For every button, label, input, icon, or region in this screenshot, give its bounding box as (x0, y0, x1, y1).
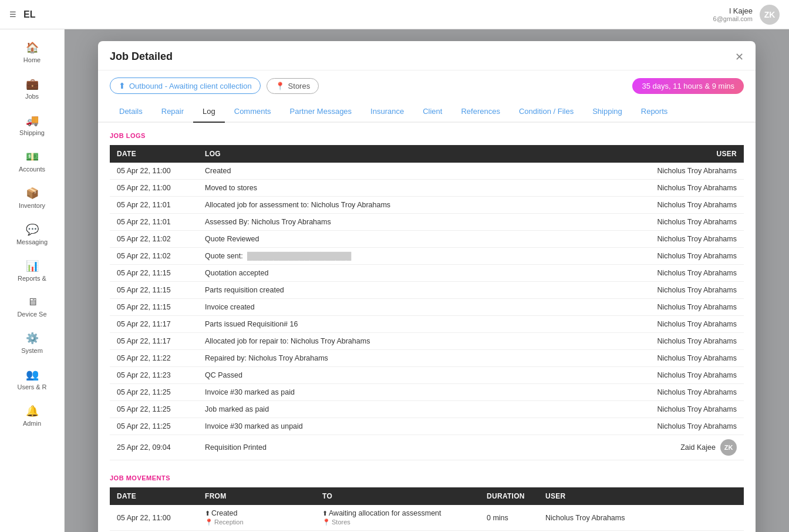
sidebar-item-label: Users & R (17, 383, 46, 390)
table-row: 05 Apr 22, 11:00 ⬆Created 📍Reception ⬆Aw… (110, 505, 744, 531)
tab-references[interactable]: References (451, 101, 509, 123)
inventory-icon: 📦 (26, 187, 39, 200)
sidebar-item-label: Device Se (17, 311, 46, 318)
users-icon: 👥 (26, 368, 39, 381)
log-date: 05 Apr 22, 11:15 (110, 282, 198, 299)
table-row: 05 Apr 22, 11:01Allocated job for assess… (110, 197, 744, 214)
hamburger-icon[interactable]: ☰ (9, 10, 16, 19)
log-user: Nicholus Troy Abrahams (615, 350, 744, 367)
modal-body: JOB LOGS DATE LOG USER 05 Apr 22, 11:00C… (98, 123, 756, 532)
table-row: 05 Apr 22, 11:17Parts issued Requisition… (110, 316, 744, 333)
log-entry: Job marked as paid (198, 401, 615, 418)
log-user: Nicholus Troy Abrahams (615, 214, 744, 231)
log-date: 05 Apr 22, 11:02 (110, 248, 198, 265)
mov-col-user: USER (538, 487, 744, 505)
table-row: 05 Apr 22, 11:15Invoice createdNicholus … (110, 299, 744, 316)
sidebar-item-device[interactable]: 🖥 Device Se (0, 289, 64, 325)
tab-reports[interactable]: Reports (632, 101, 677, 123)
mov-from: ⬆Created 📍Reception (198, 505, 315, 531)
log-date: 05 Apr 22, 11:25 (110, 401, 198, 418)
sidebar: 🏠 Home 💼 Jobs 🚚 Shipping 💵 Accounts 📦 In… (0, 29, 65, 532)
log-user: Nicholus Troy Abrahams (615, 231, 744, 248)
outbound-icon: ⬆ (119, 81, 126, 90)
log-date: 05 Apr 22, 11:15 (110, 265, 198, 282)
log-entry: Quote Reviewed (198, 231, 615, 248)
mov-duration: 0 mins (480, 505, 538, 531)
tab-shipping[interactable]: Shipping (583, 101, 632, 123)
user-avatar: ZK (760, 5, 780, 25)
tab-condition-files[interactable]: Condition / Files (510, 101, 583, 123)
close-button[interactable]: ✕ (735, 52, 744, 62)
outbound-status-pill[interactable]: ⬆ Outbound - Awaiting client collection (110, 78, 261, 94)
mov-col-to: TO (315, 487, 480, 505)
log-entry: Moved to stores (198, 180, 615, 197)
sidebar-item-jobs[interactable]: 💼 Jobs (0, 70, 64, 107)
tab-log[interactable]: Log (193, 101, 225, 123)
modal-title: Job Detailed (110, 50, 173, 63)
sidebar-item-home[interactable]: 🏠 Home (0, 34, 64, 70)
tab-partner-messages[interactable]: Partner Messages (281, 101, 362, 123)
log-user: Nicholus Troy Abrahams (615, 418, 744, 435)
table-row: 05 Apr 22, 11:15Parts requisition create… (110, 282, 744, 299)
status-bar: ⬆ Outbound - Awaiting client collection … (98, 70, 756, 101)
sidebar-item-label: Inventory (19, 202, 45, 209)
table-row: 05 Apr 22, 11:00Moved to storesNicholus … (110, 180, 744, 197)
mov-date: 05 Apr 22, 11:00 (110, 505, 198, 531)
sidebar-item-system[interactable]: ⚙️ System (0, 325, 64, 361)
table-row: 05 Apr 22, 11:17Allocated job for repair… (110, 333, 744, 350)
log-entry: Quote sent: ████████████████████ (198, 248, 615, 265)
log-user: Nicholus Troy Abrahams (615, 282, 744, 299)
table-row: 05 Apr 22, 11:25Invoice #30 marked as pa… (110, 384, 744, 401)
tab-details[interactable]: Details (110, 101, 152, 123)
table-row: 05 Apr 22, 11:25Job marked as paidNichol… (110, 401, 744, 418)
table-row: 25 Apr 22, 09:04Requisition PrintedZaid … (110, 435, 744, 460)
device-icon: 🖥 (27, 296, 38, 308)
log-date: 05 Apr 22, 11:17 (110, 316, 198, 333)
table-row: 05 Apr 22, 11:00CreatedNicholus Troy Abr… (110, 163, 744, 180)
log-entry: Allocated job for repair to: Nicholus Tr… (198, 333, 615, 350)
log-user: Nicholus Troy Abrahams (615, 384, 744, 401)
messaging-icon: 💬 (26, 223, 39, 236)
log-date: 05 Apr 22, 11:01 (110, 214, 198, 231)
mov-col-date: DATE (110, 487, 198, 505)
log-entry: Invoice #30 marked as unpaid (198, 418, 615, 435)
sidebar-item-label: Accounts (19, 166, 45, 173)
sidebar-item-shipping[interactable]: 🚚 Shipping (0, 107, 64, 143)
log-user: Nicholus Troy Abrahams (615, 163, 744, 180)
log-date: 05 Apr 22, 11:15 (110, 299, 198, 316)
col-date: DATE (110, 145, 198, 163)
log-entry: Invoice #30 marked as paid (198, 384, 615, 401)
sidebar-item-messaging[interactable]: 💬 Messaging (0, 216, 64, 252)
log-date: 05 Apr 22, 11:00 (110, 180, 198, 197)
location-icon: 📍 (275, 82, 285, 90)
sidebar-item-admin[interactable]: 🔔 Admin (0, 398, 64, 434)
sidebar-item-label: Messaging (16, 238, 48, 245)
admin-icon: 🔔 (26, 405, 39, 417)
log-date: 05 Apr 22, 11:22 (110, 350, 198, 367)
sidebar-item-accounts[interactable]: 💵 Accounts (0, 143, 64, 180)
table-row: 05 Apr 22, 11:02Quote ReviewedNicholus T… (110, 231, 744, 248)
table-row: 05 Apr 22, 11:15Quotation acceptedNichol… (110, 265, 744, 282)
mov-to: ⬆Awaiting allocation for assessment 📍Sto… (315, 505, 480, 531)
sidebar-item-label: Admin (23, 420, 41, 427)
system-icon: ⚙️ (26, 332, 39, 345)
tab-bar: Details Repair Log Comments Partner Mess… (98, 101, 756, 123)
tab-comments[interactable]: Comments (225, 101, 281, 123)
table-row: 05 Apr 22, 11:23QC PassedNicholus Troy A… (110, 367, 744, 384)
tab-insurance[interactable]: Insurance (361, 101, 413, 123)
sidebar-item-reports[interactable]: 📊 Reports & (0, 252, 64, 289)
tab-client[interactable]: Client (413, 101, 451, 123)
log-date: 05 Apr 22, 11:25 (110, 384, 198, 401)
tab-repair[interactable]: Repair (152, 101, 193, 123)
sidebar-item-inventory[interactable]: 📦 Inventory (0, 180, 64, 216)
sidebar-item-users[interactable]: 👥 Users & R (0, 361, 64, 398)
jobs-icon: 💼 (26, 78, 39, 90)
table-row: 05 Apr 22, 11:02Quote sent: ████████████… (110, 248, 744, 265)
log-user: Zaid KajeeZK (615, 435, 744, 460)
log-entry: Repaired by: Nicholus Troy Abrahams (198, 350, 615, 367)
log-user: Nicholus Troy Abrahams (615, 180, 744, 197)
job-logs-table: DATE LOG USER 05 Apr 22, 11:00CreatedNic… (110, 145, 744, 460)
accounts-icon: 💵 (26, 150, 39, 163)
log-date: 05 Apr 22, 11:02 (110, 231, 198, 248)
stores-pill[interactable]: 📍 Stores (267, 78, 319, 94)
